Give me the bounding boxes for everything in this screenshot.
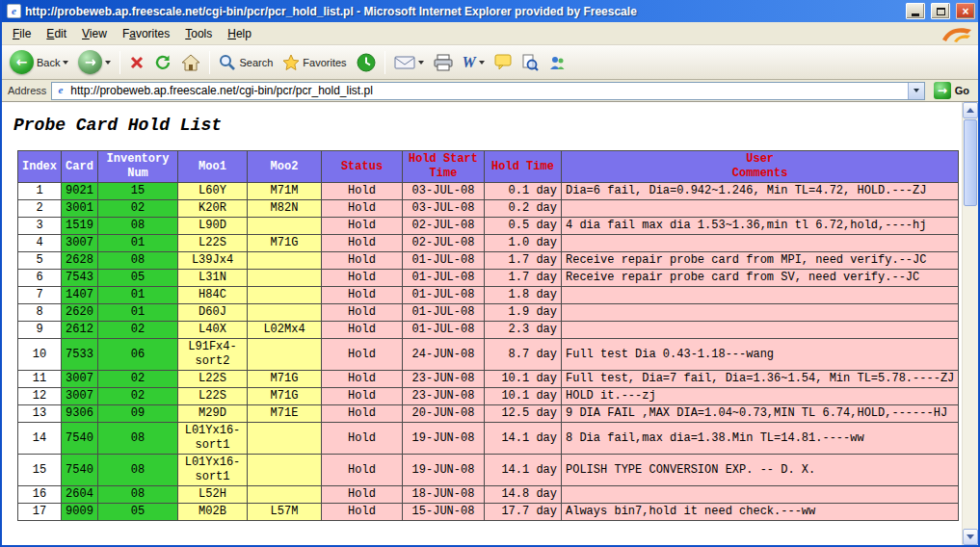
scrollbar-track[interactable] <box>963 207 978 529</box>
table-cell <box>562 235 959 252</box>
menu-item-view[interactable]: View <box>74 24 115 43</box>
print-button[interactable] <box>430 52 457 73</box>
table-cell <box>248 252 322 270</box>
table-cell: 08 <box>98 455 178 486</box>
menu-item-edit[interactable]: Edit <box>39 24 74 43</box>
history-button[interactable] <box>353 51 380 74</box>
table-cell: 01 <box>98 287 178 304</box>
minimize-button[interactable] <box>906 3 925 19</box>
hold-table: IndexCardInventory NumMoo1Moo2StatusHold… <box>17 150 959 521</box>
table-cell: K20R <box>178 200 248 218</box>
table-cell: Hold <box>322 339 403 371</box>
table-body: 1902115L60YM71MHold03-JUL-080.1 dayDia=6… <box>18 183 959 521</box>
back-dropdown-icon[interactable] <box>63 61 68 65</box>
table-cell: 14.1 day <box>485 423 562 455</box>
scrollbar-thumb[interactable] <box>964 119 977 206</box>
address-bar: Address e http://probeweb.ap.freescale.n… <box>2 80 978 102</box>
table-cell: Hold <box>322 218 403 235</box>
edit-dropdown-icon[interactable] <box>479 61 485 65</box>
table-cell: 03-JUL-08 <box>403 183 485 200</box>
table-cell: 10 <box>18 339 62 371</box>
home-button[interactable] <box>177 52 204 73</box>
close-button[interactable]: × <box>956 3 975 19</box>
table-cell: 9021 <box>62 183 98 200</box>
table-row: 16260408L52HHold18-JUN-0814.8 day <box>18 486 959 504</box>
table-cell: 14 <box>18 423 62 455</box>
stop-button[interactable] <box>125 53 148 72</box>
mail-button[interactable] <box>390 53 428 72</box>
menu-item-tools[interactable]: Tools <box>177 24 220 43</box>
menu-item-favorites[interactable]: Favorites <box>115 24 177 43</box>
table-cell: 0.5 day <box>485 218 562 235</box>
table-cell: L31N <box>178 270 248 287</box>
scroll-down-button[interactable] <box>963 529 978 545</box>
table-cell <box>562 200 959 218</box>
table-cell: Hold <box>322 235 403 252</box>
column-header: Hold Start Time <box>403 151 485 183</box>
address-dropdown-button[interactable] <box>908 83 924 99</box>
table-cell: Receive repair probe card from MPI, need… <box>562 252 959 270</box>
address-input[interactable]: e http://probeweb.ap.freescale.net/cgi-b… <box>51 82 924 100</box>
table-row: 17900905M02BL57MHold15-JUN-0817.7 dayAlw… <box>18 504 959 521</box>
page-icon: e <box>54 84 66 98</box>
edit-with-word-button[interactable]: W <box>459 53 489 72</box>
table-cell: 05 <box>98 270 178 287</box>
table-row: 10753306L91Fx4-sort2Hold24-JUN-088.7 day… <box>18 339 959 371</box>
table-cell: L52H <box>178 486 248 504</box>
table-cell: 01-JUL-08 <box>403 252 485 270</box>
toolbar-separator <box>119 51 120 74</box>
table-cell <box>248 455 322 486</box>
back-button[interactable]: ← Back <box>6 48 72 76</box>
word-icon: W <box>463 55 476 70</box>
favorites-button[interactable]: Favorites <box>278 52 350 73</box>
search-icon <box>219 54 236 71</box>
table-cell: 7540 <box>62 423 98 455</box>
table-cell: Hold <box>322 455 403 486</box>
table-cell: 18-JUN-08 <box>403 486 485 504</box>
column-header: User Comments <box>562 151 959 183</box>
discuss-button[interactable] <box>490 52 516 72</box>
table-cell: 9306 <box>62 405 98 423</box>
vertical-scrollbar[interactable] <box>962 102 978 545</box>
ie-page-icon: e <box>7 4 21 18</box>
table-cell: 12 <box>18 388 62 405</box>
table-cell: 1.7 day <box>485 252 562 270</box>
refresh-button[interactable] <box>150 52 175 73</box>
scroll-down-icon <box>967 534 974 539</box>
table-cell: 7533 <box>62 339 98 371</box>
mail-dropdown-icon[interactable] <box>418 61 424 65</box>
forward-icon: → <box>78 50 102 74</box>
table-cell: 01-JUL-08 <box>403 287 485 304</box>
page-title: Probe Card Hold List <box>13 116 962 135</box>
stop-icon <box>129 55 145 70</box>
table-row: 11300702L22SM71GHold23-JUN-0810.1 dayFul… <box>18 371 959 388</box>
forward-dropdown-icon[interactable] <box>105 61 111 65</box>
table-row: 13930609M29DM71EHold20-JUN-0812.5 day9 D… <box>18 405 959 423</box>
scroll-up-button[interactable] <box>963 102 978 118</box>
address-url: http://probeweb.ap.freescale.net/cgi-bin… <box>70 84 903 97</box>
table-row: 9261202L40XL02Mx4Hold01-JUL-082.3 day <box>18 322 959 339</box>
table-cell: 01 <box>98 304 178 322</box>
table-cell <box>248 304 322 322</box>
go-button[interactable]: → Go <box>930 81 973 100</box>
research-button[interactable] <box>517 52 543 73</box>
toolbar-separator <box>384 51 385 74</box>
forward-button[interactable]: → <box>74 48 115 76</box>
title-bar[interactable]: e http://probeweb.ap.freescale.net/cgi-b… <box>2 0 978 22</box>
table-cell: 01-JUL-08 <box>403 270 485 287</box>
maximize-button[interactable] <box>931 3 950 19</box>
table-cell: 05 <box>98 504 178 521</box>
menu-item-help[interactable]: Help <box>220 24 259 43</box>
table-cell: 03-JUL-08 <box>403 200 485 218</box>
messenger-button[interactable] <box>544 52 569 73</box>
table-cell: Hold <box>322 252 403 270</box>
scroll-up-icon <box>967 108 974 113</box>
table-cell: M82N <box>248 200 322 218</box>
search-button[interactable]: Search <box>215 52 277 73</box>
table-cell: 23-JUN-08 <box>403 388 485 405</box>
table-cell: 19-JUN-08 <box>403 423 485 455</box>
menu-item-file[interactable]: File <box>5 24 39 43</box>
table-cell: HOLD it.---zj <box>562 388 959 405</box>
go-label: Go <box>955 85 969 96</box>
back-icon: ← <box>10 50 34 74</box>
